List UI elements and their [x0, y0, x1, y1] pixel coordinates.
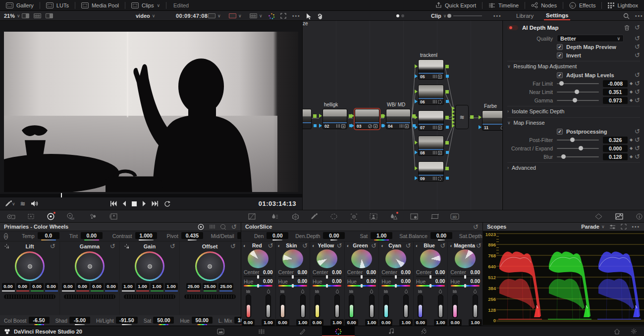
saturation-meter[interactable] — [300, 294, 306, 318]
grid-viewer-button[interactable] — [34, 11, 41, 21]
key-output[interactable] — [446, 177, 449, 180]
quality-dropdown[interactable]: Better ∨ — [557, 35, 624, 42]
density-meter[interactable] — [383, 294, 389, 318]
settings-gear-button[interactable] — [626, 326, 641, 336]
node-07[interactable]: 07∨ — [418, 110, 444, 131]
printer-lights-icon[interactable] — [124, 243, 129, 249]
reset-icon[interactable]: ↺ — [635, 128, 640, 135]
page-color[interactable] — [331, 326, 346, 336]
scope-settings-icon[interactable] — [609, 224, 616, 230]
rgb-output[interactable] — [313, 114, 317, 118]
section-advanced[interactable]: ›Advanced — [507, 162, 640, 172]
hue-value[interactable]: 0.00 — [367, 279, 376, 284]
info-icon[interactable] — [633, 211, 644, 222]
node-04[interactable]: 04∨ — [386, 109, 411, 129]
reset-icon[interactable]: ↺ — [440, 242, 445, 249]
layer-mixer-node[interactable]: ≋ — [455, 105, 469, 129]
center-slider[interactable] — [416, 276, 445, 278]
post-filter-slider[interactable] — [557, 140, 599, 141]
log-mode-icon[interactable] — [220, 224, 226, 230]
mask-overlay-button[interactable]: ∨ — [208, 11, 221, 21]
blur-slider[interactable] — [557, 156, 599, 157]
key-input[interactable] — [479, 125, 482, 129]
color-slice-palette-icon[interactable] — [87, 211, 99, 222]
center-value[interactable]: 0.00 — [367, 270, 376, 275]
keyframe-icon[interactable]: ◆ — [628, 138, 635, 142]
depth-map-preview-checkbox[interactable]: ✓ — [557, 44, 563, 50]
gamma-slider[interactable] — [557, 100, 599, 101]
offset-g-value[interactable]: 25.00 — [203, 283, 217, 289]
key-output[interactable] — [446, 151, 449, 154]
gain-color-wheel[interactable] — [135, 251, 164, 281]
gamma-y-value[interactable]: 0.00 — [62, 283, 75, 289]
reset-icon[interactable]: ↺ — [110, 243, 115, 249]
node-zoom-slider[interactable] — [447, 11, 482, 21]
blur-palette-icon[interactable] — [387, 211, 399, 222]
page-fusion[interactable] — [295, 326, 310, 336]
den-depth-value[interactable]: 0.00 — [323, 232, 345, 239]
reset-icon[interactable]: ↺ — [635, 35, 640, 42]
center-slider[interactable] — [347, 276, 376, 278]
center-value[interactable]: 0.00 — [401, 270, 410, 275]
go-to-last-frame-button[interactable] — [152, 201, 159, 206]
far-limit-value[interactable]: -0.008 — [603, 80, 628, 87]
col-boost-value[interactable]: -6.50 — [29, 317, 50, 324]
go-to-first-frame-button[interactable] — [110, 201, 117, 206]
hue-slider[interactable] — [347, 285, 376, 287]
hue-slider[interactable] — [416, 285, 445, 287]
keyframe-icon[interactable]: ◆ — [628, 81, 635, 86]
saturation-value[interactable]: 1.00 — [262, 319, 275, 326]
key-input[interactable] — [415, 150, 418, 154]
reset-icon[interactable]: ↺ — [635, 145, 640, 151]
density-meter[interactable] — [418, 294, 423, 318]
slice-wheel[interactable] — [317, 249, 337, 268]
curves-palette-icon[interactable] — [246, 211, 258, 222]
rgb-input[interactable] — [382, 114, 385, 118]
density-meter[interactable] — [246, 294, 251, 318]
density-meter[interactable] — [280, 294, 285, 318]
split-preview-icon[interactable]: ◐ — [278, 243, 281, 248]
trash-icon[interactable] — [624, 25, 630, 31]
center-value[interactable]: 0.00 — [298, 270, 307, 275]
center-slider[interactable] — [278, 276, 307, 278]
slice-wheel[interactable] — [248, 249, 268, 268]
slice-wheel[interactable] — [385, 249, 406, 268]
offset-r-value[interactable]: 25.00 — [186, 283, 201, 289]
density-value[interactable]: 0.00 — [311, 319, 324, 326]
transport-mode-select[interactable]: video ∨ — [136, 11, 155, 21]
blur-value[interactable]: 0.128 — [603, 153, 628, 160]
near-limit-value[interactable]: 0.351 — [603, 89, 628, 96]
hue-slider[interactable] — [313, 285, 341, 287]
wheels-mode-icon[interactable] — [198, 224, 204, 230]
reset-icon[interactable]: ↺ — [406, 242, 411, 249]
reset-icon[interactable]: ↺ — [635, 52, 640, 58]
saturation-meter[interactable] — [438, 294, 443, 318]
gamma-b-value[interactable]: 0.00 — [105, 283, 118, 289]
page-fairlight[interactable] — [384, 326, 399, 336]
color-wheels-palette-icon[interactable] — [45, 211, 56, 222]
node-03-selected[interactable]: 03∨ — [355, 109, 379, 129]
hue-slider[interactable] — [278, 285, 307, 287]
viewer-timeline-strip[interactable] — [0, 194, 302, 197]
slice-wheel[interactable] — [420, 249, 441, 268]
rgb-input[interactable] — [479, 115, 482, 119]
gallery-palette-icon[interactable] — [408, 211, 420, 222]
source-timecode[interactable]: 00:09:47:08 ∨ — [176, 11, 213, 21]
hue-value[interactable]: 0.00 — [263, 279, 272, 284]
rgb-output[interactable] — [445, 90, 449, 94]
plugin-enable-toggle[interactable] — [507, 25, 518, 30]
split-preview-icon[interactable]: ◐ — [312, 243, 315, 248]
expand-icon[interactable] — [621, 224, 627, 230]
split-preview-icon[interactable]: ◐ — [381, 243, 384, 248]
luts-button[interactable]: LUTs — [40, 0, 75, 10]
lift-r-value[interactable]: 0.00 — [16, 283, 29, 289]
node-partial[interactable] — [302, 109, 312, 129]
gamma-r-value[interactable]: 0.00 — [76, 283, 89, 289]
power-window-palette-icon[interactable] — [328, 211, 340, 222]
wipe-viewer-button[interactable] — [46, 11, 53, 21]
sizing-tool-icon[interactable] — [429, 211, 441, 222]
reset-icon[interactable]: ↺ — [635, 80, 640, 87]
slice-wheel[interactable] — [455, 249, 476, 268]
slice-wheel[interactable] — [282, 249, 303, 268]
saturation-meter[interactable] — [334, 294, 340, 318]
